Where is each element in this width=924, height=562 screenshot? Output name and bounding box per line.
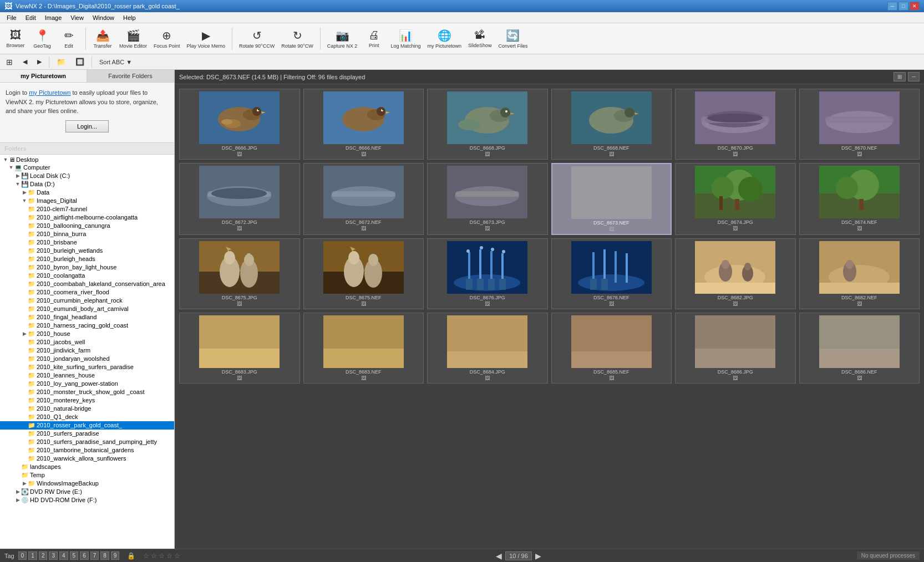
folder-house[interactable]: ▶ 📁 2010_house <box>0 330 174 338</box>
thumb-dsc8666-nef[interactable]: DSC_8666.NEF 🖼 <box>303 89 424 160</box>
thumb-dsc8672-jpg[interactable]: DSC_8672.JPG 🖼 <box>179 163 300 235</box>
folder-dvd-rw[interactable]: ▶ 💽 DVD RW Drive (E:) <box>0 488 174 496</box>
folder-loy-yang[interactable]: 📁2010_loy_yang_power-station <box>0 380 174 388</box>
folder-landscapes[interactable]: 📁landscapes <box>0 463 174 471</box>
folder-data[interactable]: ▶ 📁 Data <box>0 188 174 197</box>
folder-coombabah[interactable]: 📁2010_coombabah_lakeland_conservation_ar… <box>0 280 174 288</box>
thumb-dsc8684-jpg[interactable]: DSC_8684.JPG 🖼 <box>427 313 548 384</box>
folder-hd-dvd[interactable]: ▶ 💿 HD DVD-ROM Drive (F:) <box>0 496 174 504</box>
maximize-button[interactable]: □ <box>898 2 908 11</box>
folder-jondaryan[interactable]: 📁2010_jondaryan_woolshed <box>0 355 174 363</box>
folder-q1-deck[interactable]: 📁2010_Q1_deck <box>0 413 174 421</box>
sort-abc-button[interactable]: Sort ABC ▼ <box>95 57 136 67</box>
movie-editor-button[interactable]: 🎬 Movie Editor <box>117 25 149 53</box>
geotag-button[interactable]: 📍 GeoTag <box>30 25 54 53</box>
thumb-dsc8676-nef[interactable]: DSC_8676.NEF 🖼 <box>551 238 672 309</box>
folder-windows-backup[interactable]: ▶ 📁 WindowsImageBackup <box>0 479 174 488</box>
thumb-dsc8675-nef[interactable]: DSC_8675.NEF 🖼 <box>303 238 424 309</box>
edit-button[interactable]: ✏ Edit <box>57 25 81 53</box>
rotate-ccw-button[interactable]: ↺ Rotate 90°CCW <box>237 25 277 53</box>
tab-favorite-folders[interactable]: Favorite Folders <box>87 70 174 82</box>
tag-2[interactable]: 2 <box>39 551 48 560</box>
capture-nx2-button[interactable]: 📷 Capture NX 2 <box>325 25 360 53</box>
folder-clem7[interactable]: 📁2010-clem7-tunnel <box>0 205 174 213</box>
multi-view-btn[interactable]: 🔲 <box>72 56 88 68</box>
star-1[interactable]: ☆ <box>143 552 149 560</box>
tag-0[interactable]: 0 <box>18 551 27 560</box>
folder-harness[interactable]: 📁2010_harness_racing_gold_coast <box>0 321 174 330</box>
slider-view-button[interactable]: ─ <box>908 72 920 81</box>
folder-kite[interactable]: 📁2010_kite_surfing_surfers_paradise <box>0 363 174 371</box>
folder-byron-bay[interactable]: 📁2010_byron_bay_light_house <box>0 263 174 272</box>
folder-temp[interactable]: 📁Temp <box>0 471 174 479</box>
expand-desktop[interactable]: ▼ <box>2 157 9 162</box>
tag-6[interactable]: 6 <box>80 551 89 560</box>
tag-7[interactable]: 7 <box>90 551 99 560</box>
thumb-dsc8674-jpg[interactable]: DSC_8674.JPG 🖼 <box>675 163 796 235</box>
folder-coomera[interactable]: 📁2010_coomera_river_flood <box>0 288 174 297</box>
titlebar-controls[interactable]: ─ □ ✕ <box>887 2 920 11</box>
folder-coolangatta[interactable]: 📁2010_coolangatta <box>0 272 174 280</box>
my-picturetown-button[interactable]: 🌐 my Picturetown <box>425 25 464 53</box>
thumb-dsc8670-jpg[interactable]: DSC_8670.JPG 🖼 <box>675 89 796 160</box>
tag-8[interactable]: 8 <box>100 551 109 560</box>
thumb-dsc8685-nef[interactable]: DSC_8685.NEF 🖼 <box>551 313 672 384</box>
menu-window[interactable]: Window <box>88 13 119 22</box>
folder-leannes[interactable]: 📁2010_leannes_house <box>0 371 174 380</box>
folder-fingal[interactable]: 📁2010_fingal_headland <box>0 313 174 321</box>
folder-monterey[interactable]: 📁2010_monterey_keys <box>0 396 174 405</box>
thumb-dsc8672-nef[interactable]: DSC_8672.NEF 🖼 <box>303 163 424 235</box>
nav-forward-btn[interactable]: ▶ <box>33 57 45 67</box>
folder-currumbin[interactable]: 📁2010_currumbin_elephant_rock <box>0 297 174 305</box>
folder-images-digital[interactable]: ▼ 📁 Images_Digital <box>0 197 174 205</box>
folder-computer[interactable]: ▼ 💻 Computer <box>0 164 174 172</box>
thumb-dsc8673-nef[interactable]: DSC_8673.NEF 🖼 <box>551 163 672 235</box>
log-matching-button[interactable]: 📊 Log Matching <box>388 25 423 53</box>
thumb-dsc8666-jpg[interactable]: DSC_8666.JPG 🖼 <box>179 89 300 160</box>
folder-burleigh-heads[interactable]: 📁2010_burleigh_heads <box>0 255 174 263</box>
browser-button[interactable]: 🖼 Browser <box>3 25 28 53</box>
star-3[interactable]: ☆ <box>159 552 165 560</box>
thumb-dsc8668-nef[interactable]: DSC_8668.NEF 🖼 <box>551 89 672 160</box>
star-4[interactable]: ☆ <box>166 552 172 560</box>
thumb-dsc8682-jpg[interactable]: DSC_8682.JPG 🖼 <box>675 238 796 309</box>
folder-tamborine[interactable]: 📁2010_tamborine_botanical_gardens <box>0 446 174 454</box>
folder-binna[interactable]: 📁2010_binna_burra <box>0 230 174 238</box>
folder-monster-truck[interactable]: 📁2010_monster_truck_show_gold _coast <box>0 388 174 396</box>
picturetown-link[interactable]: my Picturetown <box>29 89 70 96</box>
folder-desktop[interactable]: ▼ 🖥 Desktop <box>0 156 174 164</box>
play-voice-button[interactable]: ▶ Play Voice Memo <box>185 25 228 53</box>
transfer-button[interactable]: 📤 Transfer <box>90 25 115 53</box>
folder-eumundi[interactable]: 📁2010_eumundi_body_art_carnival <box>0 305 174 313</box>
folder-rosser-park[interactable]: 📁2010_rosser_park_gold_coast_ <box>0 421 174 430</box>
folder-ballooning[interactable]: 📁2010_ballooning_canungra <box>0 222 174 230</box>
tag-5[interactable]: 5 <box>70 551 79 560</box>
menu-view[interactable]: View <box>66 13 88 22</box>
tag-3[interactable]: 3 <box>49 551 58 560</box>
menu-help[interactable]: Help <box>119 13 140 22</box>
thumb-dsc8682-nef[interactable]: DSC_8682.NEF 🖼 <box>799 238 920 309</box>
folder-burleigh-wetlands[interactable]: 📁2010_burleigh_wetlands <box>0 247 174 255</box>
folder-jacobs-well[interactable]: 📁2010_jacobs_well <box>0 338 174 346</box>
convert-files-button[interactable]: 🔄 Convert Files <box>496 25 530 53</box>
focus-point-button[interactable]: ⊕ Focus Point <box>151 25 182 53</box>
grid-view-btn[interactable]: ⊞ <box>2 56 17 68</box>
folder-data-d[interactable]: ▼ 💾 Data (D:) <box>0 180 174 188</box>
folder-surfers[interactable]: 📁2010_surfers_paradise <box>0 430 174 438</box>
tab-my-picturetown[interactable]: my Picturetown <box>0 70 87 82</box>
thumb-dsc8673-jpg[interactable]: DSC_8673.JPG 🖼 <box>427 163 548 235</box>
folder-airflight[interactable]: 📁2010_airflight-melbourne-coolangatta <box>0 213 174 222</box>
thumb-dsc8668-jpg[interactable]: DSC_8668.JPG 🖼 <box>427 89 548 160</box>
minimize-button[interactable]: ─ <box>887 2 897 11</box>
slideshow-button[interactable]: 📽 SlideShow <box>466 25 494 53</box>
grid-view-button[interactable]: ⊞ <box>893 72 906 81</box>
tag-1[interactable]: 1 <box>28 551 37 560</box>
rotate-cw-button[interactable]: ↻ Rotate 90°CW <box>279 25 316 53</box>
thumb-dsc8670-nef[interactable]: DSC_8670.NEF 🖼 <box>799 89 920 160</box>
menu-edit[interactable]: Edit <box>21 13 40 22</box>
star-2[interactable]: ☆ <box>151 552 157 560</box>
star-5[interactable]: ☆ <box>174 552 180 560</box>
tag-4[interactable]: 4 <box>59 551 68 560</box>
folder-brisbane[interactable]: 📁2010_brisbane <box>0 238 174 247</box>
folder-natural-bridge[interactable]: 📁2010_natural-bridge <box>0 405 174 413</box>
